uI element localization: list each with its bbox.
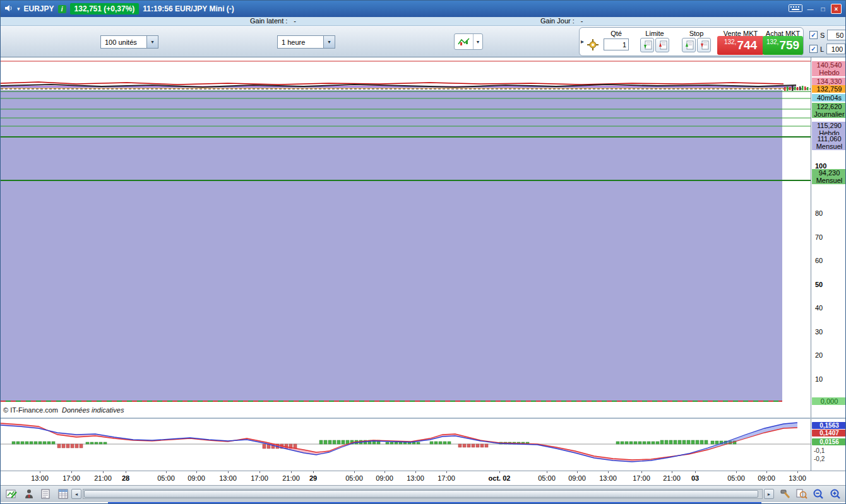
time-tick: 09:00 — [568, 474, 586, 482]
histogram-bar — [480, 444, 484, 447]
check-icon: ✓ — [811, 32, 816, 38]
buy-price-main: 759 — [779, 38, 799, 52]
time-tick-mark — [103, 471, 104, 473]
price-level-text: Mensuel — [812, 177, 846, 184]
zoom-doc-icon[interactable] — [795, 488, 809, 500]
time-tick-mark — [313, 471, 314, 473]
price-level-text: 140,540 — [812, 61, 846, 69]
scroll-left-button[interactable]: ◄ — [71, 489, 81, 499]
zoom-out-button[interactable] — [811, 488, 825, 500]
close-button[interactable]: × — [831, 4, 842, 14]
document-icon[interactable] — [39, 488, 52, 500]
candlestick — [792, 86, 794, 91]
histogram-bar — [75, 444, 78, 448]
stop-attach-label: S — [820, 32, 825, 39]
qty-input[interactable] — [604, 38, 629, 50]
time-tick-mark — [499, 471, 500, 473]
buy-stop-button[interactable] — [682, 38, 696, 52]
histogram-bar — [625, 442, 628, 444]
table-icon[interactable] — [56, 488, 70, 500]
time-tick-mark — [736, 471, 737, 473]
scroll-right-button[interactable]: ► — [764, 489, 774, 499]
price-axis[interactable]: 140,540Hebdo134,330132,75940m04s122,620J… — [811, 57, 846, 418]
price-tick: 10 — [815, 375, 823, 383]
histogram-bar — [12, 442, 15, 444]
copyright-note: © IT-Finance.comDonnées indicatives — [3, 406, 124, 414]
symbol-dropdown-icon[interactable]: ▾ — [17, 6, 20, 12]
symbol-name[interactable]: EURJPY — [24, 4, 54, 13]
histogram-bar — [86, 442, 89, 444]
price-level-badge: 132,759 — [812, 85, 846, 93]
gain-bar: Gain latent : - Gain Jour : - — [1, 17, 845, 26]
histogram-bar — [638, 442, 641, 444]
buy-limit-button[interactable] — [640, 38, 654, 52]
panel-expander-icon[interactable]: ▸ — [581, 38, 584, 45]
keyboard-icon[interactable] — [789, 4, 802, 13]
price-chart[interactable] — [1, 57, 811, 418]
time-tick-mark — [354, 471, 355, 473]
histogram-bar — [104, 442, 107, 444]
time-tick-mark — [641, 471, 642, 473]
histogram-bar — [21, 442, 24, 444]
order-settings-icon[interactable] — [587, 39, 599, 52]
histogram-bar — [669, 440, 672, 444]
histogram-bar — [678, 440, 681, 444]
sell-limit-button[interactable] — [655, 38, 669, 52]
indicator-axis[interactable]: 0,15630,14070,0156-0,1-0,2 — [811, 419, 846, 471]
histogram-bar — [95, 442, 98, 444]
horizontal-scrollbar[interactable] — [83, 489, 763, 499]
limit-checkbox[interactable]: ✓ — [809, 45, 818, 53]
time-tick-mark — [577, 471, 578, 473]
time-tick: 05:00 — [538, 474, 556, 482]
tools-icon[interactable] — [778, 488, 792, 500]
histogram-bar — [715, 441, 718, 444]
time-tick-mark — [547, 471, 547, 473]
histogram-bar — [458, 444, 462, 447]
histogram-bar — [324, 440, 327, 444]
chart-style-button[interactable]: ▼ — [454, 33, 483, 50]
price-level-badge: 111,060Mensuel — [812, 135, 846, 150]
sell-market-button[interactable]: 132,744 — [717, 36, 764, 55]
histogram-bar — [390, 442, 393, 444]
histogram-bar — [39, 442, 42, 444]
timeframe-select[interactable]: 1 heure ▼ — [277, 35, 335, 49]
maximize-button[interactable]: □ — [818, 4, 828, 13]
time-tick-mark — [384, 471, 385, 473]
time-tick: 21:00 — [94, 474, 112, 482]
oscillator-chart[interactable] — [1, 419, 811, 471]
histogram-bar — [665, 440, 668, 444]
limit-distance-input[interactable] — [826, 44, 845, 54]
zoom-in-button[interactable] — [828, 488, 842, 500]
price-level-badge: 0,000 — [812, 397, 846, 405]
scrollbar-thumb[interactable] — [84, 490, 758, 498]
candlestick — [789, 87, 791, 90]
histogram-bar — [386, 442, 389, 444]
stop-checkbox[interactable]: ✓ — [809, 31, 818, 39]
buy-market-button[interactable]: 132,759 — [763, 36, 803, 55]
units-select[interactable]: 100 unités ▼ — [100, 35, 158, 49]
units-value: 100 unités — [101, 38, 146, 46]
stop-distance-input[interactable] — [827, 30, 846, 40]
time-tick-mark — [797, 471, 798, 473]
histogram-bar — [660, 440, 664, 444]
price-change-badge: 132,751 (+0,37%) — [70, 3, 140, 15]
time-axis[interactable]: 13:0017:0021:002805:0009:0013:0017:0021:… — [1, 471, 846, 485]
histogram-bar — [395, 442, 398, 444]
sell-stop-button[interactable] — [697, 38, 711, 52]
indicator-panel: 0,15630,14070,0156-0,1-0,2 — [1, 419, 846, 471]
histogram-bar — [463, 444, 466, 447]
time-tick-mark — [291, 471, 292, 473]
user-icon[interactable] — [22, 488, 36, 500]
histogram-bar — [629, 442, 633, 444]
histogram-bar — [57, 444, 61, 448]
price-level-text: 134,330 — [812, 78, 846, 85]
histogram-bar — [47, 442, 51, 444]
price-level-text: 115,290 — [812, 122, 846, 129]
gain-day-value: - — [581, 17, 583, 25]
info-icon[interactable]: i — [58, 5, 66, 13]
minimize-button[interactable]: — — [806, 4, 815, 13]
edit-chart-icon[interactable] — [4, 488, 18, 500]
speaker-icon[interactable] — [4, 4, 13, 13]
histogram-bar — [682, 440, 686, 444]
histogram-bar — [443, 442, 446, 444]
